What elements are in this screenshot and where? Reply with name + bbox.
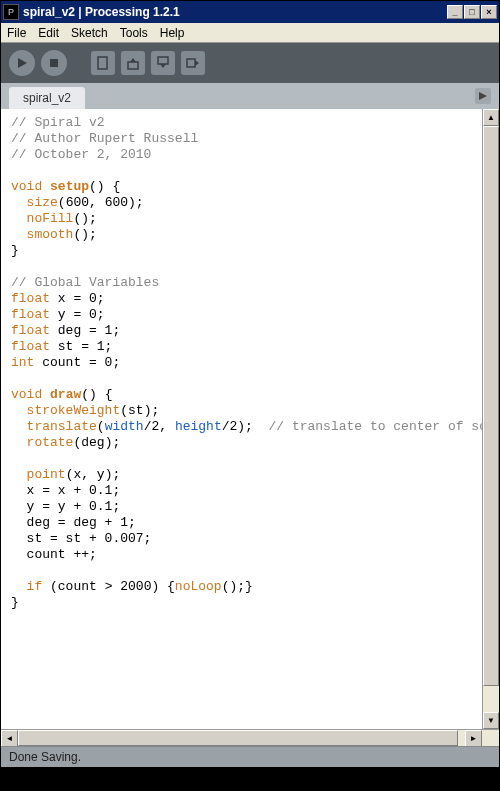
status-bar: Done Saving.	[1, 747, 499, 767]
tab-sketch[interactable]: spiral_v2	[9, 87, 85, 109]
run-button[interactable]	[9, 50, 35, 76]
svg-marker-4	[130, 58, 136, 62]
tab-bar: spiral_v2	[1, 83, 499, 109]
svg-marker-6	[160, 64, 166, 68]
minimize-button[interactable]: _	[447, 5, 463, 19]
open-button[interactable]	[121, 51, 145, 75]
menu-tools[interactable]: Tools	[120, 26, 148, 40]
horizontal-scrollbar[interactable]: ◄ ►	[1, 729, 499, 746]
menu-file[interactable]: File	[7, 26, 26, 40]
vertical-scrollbar[interactable]: ▲ ▼	[482, 109, 499, 729]
scroll-right-button[interactable]: ►	[465, 730, 482, 747]
svg-rect-7	[187, 59, 195, 67]
code-editor[interactable]: // Spiral v2 // Author Rupert Russell //…	[1, 109, 499, 747]
console-output[interactable]	[1, 767, 499, 791]
new-button[interactable]	[91, 51, 115, 75]
scroll-left-button[interactable]: ◄	[1, 730, 18, 747]
svg-marker-0	[18, 58, 27, 68]
stop-button[interactable]	[41, 50, 67, 76]
menu-bar: File Edit Sketch Tools Help	[1, 23, 499, 43]
scroll-up-button[interactable]: ▲	[483, 109, 499, 126]
svg-rect-1	[50, 59, 58, 67]
svg-marker-9	[479, 92, 487, 100]
editor-content[interactable]: // Spiral v2 // Author Rupert Russell //…	[1, 109, 499, 729]
svg-rect-3	[128, 62, 138, 69]
svg-rect-2	[98, 57, 107, 69]
menu-edit[interactable]: Edit	[38, 26, 59, 40]
window-titlebar: P spiral_v2 | Processing 1.2.1 _ □ ×	[1, 1, 499, 23]
app-icon: P	[3, 4, 19, 20]
svg-rect-5	[158, 57, 168, 64]
menu-help[interactable]: Help	[160, 26, 185, 40]
tab-menu-button[interactable]	[475, 88, 491, 104]
export-button[interactable]	[181, 51, 205, 75]
scroll-thumb-v[interactable]	[483, 126, 499, 686]
scroll-thumb-h[interactable]	[18, 730, 458, 746]
maximize-button[interactable]: □	[464, 5, 480, 19]
save-button[interactable]	[151, 51, 175, 75]
toolbar	[1, 43, 499, 83]
svg-marker-8	[195, 60, 199, 66]
scroll-down-button[interactable]: ▼	[483, 712, 499, 729]
status-text: Done Saving.	[9, 750, 81, 764]
window-title: spiral_v2 | Processing 1.2.1	[23, 5, 446, 19]
close-button[interactable]: ×	[481, 5, 497, 19]
menu-sketch[interactable]: Sketch	[71, 26, 108, 40]
